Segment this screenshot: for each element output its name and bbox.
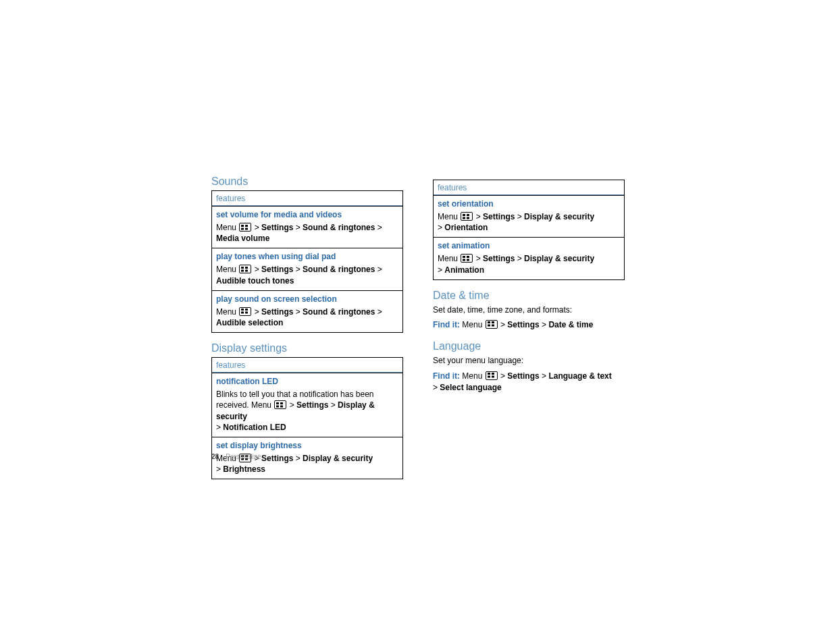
date-time-findit: Find it: Menu > Settings > Date & time xyxy=(433,319,625,331)
path-sep: > xyxy=(375,265,382,274)
path-sep: > xyxy=(438,223,444,232)
path-step: Sound & ringtones xyxy=(303,265,375,274)
path-sep: > xyxy=(293,454,303,463)
path-sep: > xyxy=(287,400,296,410)
table-row: play sound on screen selection Menu > Se… xyxy=(212,290,402,332)
path-step: Display & security xyxy=(303,454,373,463)
path-sep: > xyxy=(293,223,303,232)
path-step: Date & time xyxy=(548,320,593,329)
language-findit: Find it: Menu > Settings > Language & te… xyxy=(433,371,625,394)
findit-label: Find it: xyxy=(433,320,460,329)
path-sep: > xyxy=(540,320,549,329)
feature-title: set animation xyxy=(434,238,624,252)
feature-path: Menu > Settings > Sound & ringtones > Au… xyxy=(212,305,402,332)
path-sep: > xyxy=(216,464,223,474)
right-display-table: features set orientation Menu > Settings… xyxy=(433,180,625,280)
table-row: set animation Menu > Settings > Display … xyxy=(434,237,624,279)
path-step: Settings xyxy=(261,454,293,463)
path-step: Settings xyxy=(261,265,293,274)
path-sep: > xyxy=(433,383,440,392)
path-step: Media volume xyxy=(216,234,269,243)
table-header: features xyxy=(212,358,402,373)
feature-title: play tones when using dial pad xyxy=(212,248,402,263)
path-sep: > xyxy=(375,307,382,317)
menu-icon xyxy=(461,254,473,263)
path-prefix: Menu xyxy=(460,320,485,329)
path-sep: > xyxy=(328,400,338,410)
feature-title: set volume for media and videos xyxy=(212,207,402,221)
feature-path: Menu > Settings > Sound & ringtones > Me… xyxy=(212,221,402,248)
feature-path: Menu > Settings > Sound & ringtones > Au… xyxy=(212,263,402,290)
path-step: Display & security xyxy=(524,254,594,263)
path-prefix: Menu xyxy=(216,265,238,274)
menu-icon xyxy=(239,307,251,316)
path-step: Sound & ringtones xyxy=(303,307,375,317)
path-sep: > xyxy=(375,223,382,232)
feature-title: play sound on screen selection xyxy=(212,291,402,305)
feature-path: Blinks to tell you that a notification h… xyxy=(212,387,402,437)
path-step: Settings xyxy=(507,320,539,329)
path-step: Settings xyxy=(261,223,293,232)
footer-section: Personalize xyxy=(226,453,261,460)
display-settings-heading: Display settings xyxy=(211,342,403,354)
path-prefix: Menu xyxy=(216,223,238,232)
path-sep: > xyxy=(438,265,444,275)
path-step: Settings xyxy=(261,307,293,317)
path-step: Orientation xyxy=(444,223,488,232)
path-sep: > xyxy=(515,212,524,221)
path-prefix: Menu xyxy=(438,212,460,221)
path-sep: > xyxy=(498,371,508,381)
path-sep: > xyxy=(252,307,261,317)
path-sep: > xyxy=(498,320,508,329)
display-table: features notification LED Blinks to tell… xyxy=(211,357,403,479)
sounds-table: features set volume for media and videos… xyxy=(211,190,403,333)
table-row: set orientation Menu > Settings > Displa… xyxy=(434,195,624,237)
path-prefix: Menu xyxy=(216,307,238,317)
feature-path: Menu > Settings > Display & security > O… xyxy=(434,210,624,237)
path-step: Audible touch tones xyxy=(216,276,294,286)
path-step: Display & security xyxy=(524,212,594,221)
path-sep: > xyxy=(473,254,483,263)
path-step: Settings xyxy=(483,254,515,263)
path-sep: > xyxy=(293,307,303,317)
path-step: Settings xyxy=(507,371,539,381)
path-step: Settings xyxy=(483,212,515,221)
table-row: play tones when using dial pad Menu > Se… xyxy=(212,248,402,290)
table-row: notification LED Blinks to tell you that… xyxy=(212,373,402,437)
menu-icon xyxy=(239,223,251,232)
left-column: Sounds features set volume for media and… xyxy=(211,176,403,479)
path-step: Notification LED xyxy=(223,423,286,432)
path-sep: > xyxy=(293,265,303,274)
feature-title: set display brightness xyxy=(212,437,402,452)
path-step: Brightness xyxy=(223,464,265,474)
language-desc: Set your menu language: xyxy=(433,355,625,366)
path-step: Language & text xyxy=(548,371,611,381)
page-content: Sounds features set volume for media and… xyxy=(211,176,625,479)
path-sep: > xyxy=(540,371,549,381)
two-column-layout: Sounds features set volume for media and… xyxy=(211,176,625,479)
path-prefix: Menu xyxy=(460,371,485,381)
table-header: features xyxy=(212,191,402,206)
feature-title: notification LED xyxy=(212,373,402,387)
feature-path: Menu > Settings > Display & security > A… xyxy=(434,252,624,279)
path-sep: > xyxy=(252,265,261,274)
menu-icon xyxy=(486,320,498,329)
path-step: Sound & ringtones xyxy=(303,223,375,232)
date-time-heading: Date & time xyxy=(433,290,625,302)
feature-title: set orientation xyxy=(434,196,624,210)
path-sep: > xyxy=(252,223,261,232)
page-footer: 28Personalize xyxy=(211,453,261,460)
path-step: Animation xyxy=(444,265,484,275)
findit-label: Find it: xyxy=(433,371,460,381)
menu-icon xyxy=(461,212,473,221)
table-header: features xyxy=(434,180,624,195)
date-time-desc: Set date, time, time zone, and formats: xyxy=(433,304,625,315)
path-sep: > xyxy=(473,212,483,221)
path-step: Select language xyxy=(440,383,501,392)
sounds-heading: Sounds xyxy=(211,176,403,188)
path-prefix: Menu xyxy=(438,254,460,263)
page-number: 28 xyxy=(211,453,219,460)
path-sep: > xyxy=(216,423,223,432)
path-step: Audible selection xyxy=(216,318,283,327)
menu-icon xyxy=(486,371,498,380)
